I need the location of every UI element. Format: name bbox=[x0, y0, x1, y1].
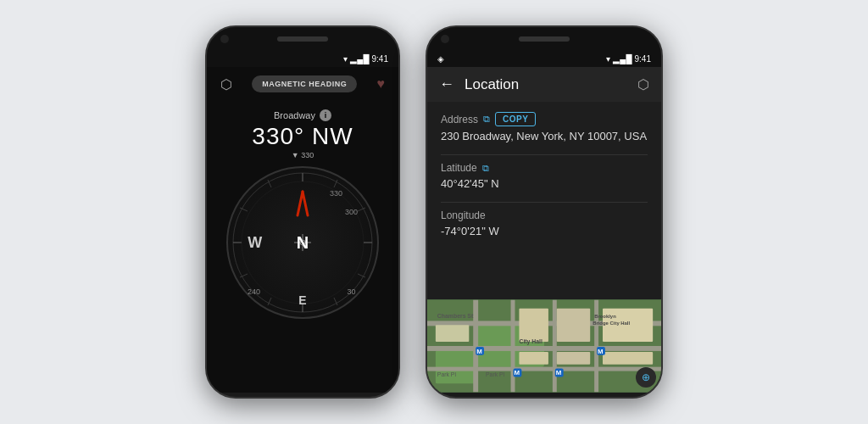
location-header: ← Location ⬡ bbox=[427, 67, 661, 102]
magnetic-heading-badge: MAGNETIC HEADING bbox=[252, 75, 357, 92]
external-link-icon[interactable]: ⬡ bbox=[637, 76, 649, 92]
svg-rect-33 bbox=[557, 352, 590, 365]
favorite-icon[interactable]: ♥ bbox=[377, 76, 386, 92]
address-value: 230 Broadway, New York, NY 10007, USA bbox=[441, 130, 648, 142]
status-icons: ▾ ▂▄█ 9:41 bbox=[343, 54, 388, 64]
num-240: 240 bbox=[248, 287, 260, 296]
status-icons-left: ◈ bbox=[437, 54, 444, 64]
svg-text:City Hall: City Hall bbox=[519, 338, 542, 345]
svg-text:Bridge City Hall: Bridge City Hall bbox=[593, 321, 630, 326]
svg-text:Chambers St: Chambers St bbox=[437, 313, 474, 319]
phone-1-notch bbox=[207, 27, 398, 51]
address-copy-button[interactable]: COPY bbox=[495, 112, 536, 126]
phone-2-notch bbox=[427, 27, 661, 51]
svg-text:Park Pl: Park Pl bbox=[437, 371, 457, 377]
notch-bar bbox=[277, 36, 328, 42]
svg-rect-26 bbox=[511, 300, 515, 392]
svg-text:Brooklyn: Brooklyn bbox=[594, 314, 616, 319]
phone-1-status-bar: ▾ ▂▄█ 9:41 bbox=[207, 51, 398, 67]
svg-text:M: M bbox=[515, 370, 520, 377]
svg-rect-27 bbox=[553, 300, 557, 392]
phone-2: ◈ ▾ ▂▄█ 9:41 ← Location ⬡ Address ⧉ COPY… bbox=[426, 25, 663, 399]
compass-e-label: E bbox=[298, 293, 306, 307]
latitude-value: 40°42'45" N bbox=[441, 177, 648, 190]
num-300: 300 bbox=[345, 208, 358, 216]
address-label-row: Address ⧉ COPY bbox=[441, 112, 648, 126]
compass-dial: N W 330 300 30 240 E bbox=[226, 166, 379, 319]
latitude-label: Latitude bbox=[441, 162, 477, 174]
signal-icon: ▂▄█ bbox=[350, 54, 369, 64]
address-label: Address bbox=[441, 114, 478, 126]
map-location-button[interactable]: ⊕ bbox=[636, 367, 656, 388]
back-button[interactable]: ← bbox=[439, 75, 454, 93]
compass-screen: ⬡ MAGNETIC HEADING ♥ Broadway i 330° NW … bbox=[207, 67, 398, 393]
map-svg: Chambers St City Hall Brooklyn Bridge Ci… bbox=[427, 299, 661, 393]
time-2: 9:41 bbox=[635, 54, 651, 64]
num-330: 330 bbox=[330, 189, 342, 198]
svg-rect-24 bbox=[427, 367, 661, 371]
info-icon[interactable]: i bbox=[320, 109, 331, 121]
map-preview: Chambers St City Hall Brooklyn Bridge Ci… bbox=[427, 299, 661, 393]
share-icon[interactable]: ⬡ bbox=[220, 76, 232, 92]
svg-text:Park Pl: Park Pl bbox=[486, 371, 505, 377]
wifi-icon-2: ▾ bbox=[606, 54, 610, 64]
longitude-label: Longitude bbox=[441, 209, 486, 221]
compass-heading-value: 330° NW bbox=[252, 123, 353, 150]
status-icons-right: ▾ ▂▄█ 9:41 bbox=[606, 54, 651, 64]
time: 9:41 bbox=[372, 54, 388, 64]
location-name: Broadway bbox=[274, 110, 315, 120]
phone-1: ▾ ▂▄█ 9:41 ⬡ MAGNETIC HEADING ♥ Broadway… bbox=[205, 25, 400, 399]
svg-rect-29 bbox=[436, 325, 469, 342]
signal-icon-2: ▂▄█ bbox=[613, 54, 632, 64]
svg-rect-23 bbox=[427, 346, 661, 351]
svg-rect-25 bbox=[473, 300, 478, 392]
location-content: Address ⧉ COPY 230 Broadway, New York, N… bbox=[427, 102, 661, 299]
compass-n-label: N bbox=[297, 233, 309, 253]
latitude-field: Latitude ⧉ 40°42'45" N bbox=[441, 162, 648, 190]
divider-1 bbox=[441, 154, 648, 155]
num-30: 30 bbox=[348, 287, 356, 296]
svg-rect-30 bbox=[519, 309, 548, 342]
copy-icon: ⧉ bbox=[483, 114, 490, 125]
address-field: Address ⧉ COPY 230 Broadway, New York, N… bbox=[441, 112, 648, 142]
location-screen: ← Location ⬡ Address ⧉ COPY 230 Broadway… bbox=[427, 67, 661, 393]
degree-marker: ▼ 330 bbox=[292, 151, 314, 159]
divider-2 bbox=[441, 202, 648, 203]
latitude-label-row: Latitude ⧉ bbox=[441, 162, 648, 174]
longitude-label-row: Longitude bbox=[441, 209, 648, 221]
compass-w-label: W bbox=[248, 234, 262, 252]
svg-rect-32 bbox=[519, 352, 548, 365]
svg-text:M: M bbox=[598, 348, 604, 355]
lat-copy-icon[interactable]: ⧉ bbox=[482, 163, 489, 174]
phone-2-status-bar: ◈ ▾ ▂▄█ 9:41 bbox=[427, 51, 661, 67]
svg-text:M: M bbox=[476, 348, 482, 355]
notch-bar-2 bbox=[519, 36, 570, 42]
svg-rect-21 bbox=[436, 350, 477, 383]
svg-rect-31 bbox=[557, 309, 590, 342]
svg-text:M: M bbox=[556, 370, 562, 377]
compass-toolbar: ⬡ MAGNETIC HEADING ♥ bbox=[207, 67, 398, 101]
svg-line-2 bbox=[298, 192, 303, 215]
svg-rect-35 bbox=[603, 352, 653, 365]
longitude-value: -74°0'21" W bbox=[441, 225, 648, 237]
location-status-icon: ◈ bbox=[437, 54, 444, 64]
longitude-field: Longitude -74°0'21" W bbox=[441, 209, 648, 237]
svg-line-3 bbox=[303, 192, 308, 215]
compass-location: Broadway i bbox=[274, 109, 331, 121]
page-title: Location bbox=[465, 76, 637, 93]
wifi-icon: ▾ bbox=[343, 54, 348, 64]
